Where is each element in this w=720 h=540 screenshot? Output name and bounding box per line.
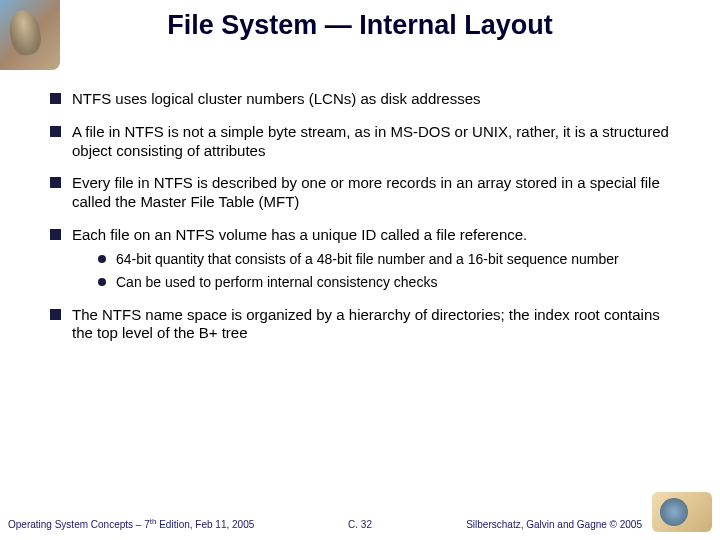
sub-bullet-text: Can be used to perform internal consiste… — [116, 274, 437, 290]
bullet-item: The NTFS name space is organized by a hi… — [50, 306, 670, 344]
bullet-text: Every file in NTFS is described by one o… — [72, 174, 660, 210]
bullet-text: Each file on an NTFS volume has a unique… — [72, 226, 527, 243]
slide-body: NTFS uses logical cluster numbers (LCNs)… — [50, 90, 670, 357]
bullet-list: NTFS uses logical cluster numbers (LCNs)… — [50, 90, 670, 343]
bullet-item: A file in NTFS is not a simple byte stre… — [50, 123, 670, 161]
bullet-item: Each file on an NTFS volume has a unique… — [50, 226, 670, 292]
footer-right: Silberschatz, Galvin and Gagne © 2005 — [466, 519, 642, 530]
slide-title: File System — Internal Layout — [0, 10, 720, 41]
bullet-text: The NTFS name space is organized by a hi… — [72, 306, 660, 342]
slide: File System — Internal Layout NTFS uses … — [0, 0, 720, 540]
sub-bullet-text: 64-bit quantity that consists of a 48-bi… — [116, 251, 619, 267]
bullet-item: Every file in NTFS is described by one o… — [50, 174, 670, 212]
dinosaur-logo-bottom — [652, 492, 712, 532]
sub-bullet-list: 64-bit quantity that consists of a 48-bi… — [98, 251, 670, 292]
sub-bullet-item: Can be used to perform internal consiste… — [98, 274, 670, 292]
bullet-item: NTFS uses logical cluster numbers (LCNs)… — [50, 90, 670, 109]
bullet-text: NTFS uses logical cluster numbers (LCNs)… — [72, 90, 480, 107]
sub-bullet-item: 64-bit quantity that consists of a 48-bi… — [98, 251, 670, 269]
bullet-text: A file in NTFS is not a simple byte stre… — [72, 123, 669, 159]
